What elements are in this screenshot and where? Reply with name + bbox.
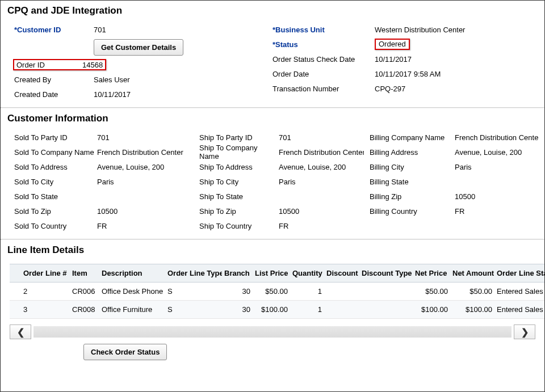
status-label: *Status [272, 40, 375, 49]
line-items-table-wrap: Order Line # Item Description Order Line… [6, 264, 539, 319]
sold-zip-value: 10500 [97, 207, 188, 216]
header-left-column: *Customer ID 701 Get Customer Details Or… [6, 22, 272, 102]
bill-city-label: Billing City [364, 163, 455, 171]
created-by-value: Sales User [94, 75, 130, 84]
sold-party-id-value: 701 [97, 133, 188, 142]
sold-addr-label: Sold To Address [6, 163, 97, 171]
cell-discount-type [359, 301, 413, 319]
header-section: CPQ and JDE Integration *Customer ID 701… [1, 1, 544, 107]
bill-state-label: Billing State [364, 178, 455, 186]
bill-company-label: Billing Company Name [364, 133, 455, 142]
page-title: CPQ and JDE Integration [7, 5, 539, 16]
cell-order-line: 3 [21, 301, 70, 319]
ship-company-label: Ship To Company Name [188, 144, 279, 161]
ship-city-label: Ship To City [188, 178, 279, 186]
bill-addr-label: Billing Address [364, 148, 455, 157]
cell-order-line-type: S [165, 283, 222, 301]
customer-id-label: *Customer ID [14, 26, 94, 34]
ship-country-label: Ship To Country [188, 222, 279, 230]
sold-city-value: Paris [97, 178, 188, 186]
sold-company-value: French Distribution Center [97, 148, 188, 157]
cell-discount-type [359, 283, 413, 301]
business-unit-label: *Business Unit [272, 26, 375, 34]
order-id-value: 14568 [82, 61, 103, 69]
bill-zip-value: 10500 [455, 192, 539, 201]
cell-item: CR006 [70, 283, 99, 301]
sold-company-label: Sold To Company Name [6, 148, 97, 157]
th-description[interactable]: Description [99, 264, 165, 283]
th-item[interactable]: Item [70, 264, 99, 283]
th-branch[interactable]: Branch [222, 264, 253, 283]
line-items-title: Line Item Details [7, 245, 539, 256]
horizontal-scrollbar: ❮ ❯ [10, 324, 535, 339]
cell-item: CR008 [70, 301, 99, 319]
customer-id-value: 701 [94, 26, 106, 34]
cell-net-price: $100.00 [413, 301, 450, 319]
cell-net-price: $50.00 [413, 283, 450, 301]
bill-city-value: Paris [455, 163, 539, 171]
th-net-amount[interactable]: Net Amount [450, 264, 494, 283]
ship-addr-value: Avenue, Louise, 200 [279, 163, 364, 171]
th-discount[interactable]: Discount [324, 264, 359, 283]
scroll-track[interactable] [33, 326, 512, 338]
ship-company-value: French Distribution Center [279, 148, 364, 157]
table-header-row: Order Line # Item Description Order Line… [10, 264, 545, 283]
page-container: CPQ and JDE Integration *Customer ID 701… [0, 0, 545, 392]
ship-country-value: FR [279, 222, 364, 230]
cell-discount [324, 301, 359, 319]
th-list-price[interactable]: List Price [253, 264, 290, 283]
ship-party-id-value: 701 [279, 133, 364, 142]
transaction-number-value: CPQ-297 [375, 85, 405, 93]
chevron-right-icon: ❯ [521, 327, 529, 338]
th-order-line[interactable]: Order Line # [21, 264, 70, 283]
sold-addr-value: Avenue, Louise, 200 [97, 163, 188, 171]
cell-quantity: 1 [290, 283, 324, 301]
th-order-line-status[interactable]: Order Line Status [494, 264, 545, 283]
ship-addr-label: Ship To Address [188, 163, 279, 171]
table-row[interactable]: 3 CR008 Office Furniture S 30 $100.00 1 … [10, 301, 545, 319]
sold-city-label: Sold To City [6, 178, 97, 186]
transaction-number-label: Transaction Number [272, 85, 375, 93]
table-row[interactable]: 2 CR006 Office Desk Phone S 30 $50.00 1 … [10, 283, 545, 301]
order-date-value: 10/11/2017 9:58 AM [375, 70, 441, 78]
line-items-table: Order Line # Item Description Order Line… [10, 264, 545, 319]
cell-description: Office Desk Phone [99, 283, 165, 301]
sold-zip-label: Sold To Zip [6, 207, 97, 216]
cell-order-line-type: S [165, 301, 222, 319]
cell-list-price: $50.00 [253, 283, 290, 301]
ship-city-value: Paris [279, 178, 364, 186]
sold-state-label: Sold To State [6, 192, 97, 201]
customer-info-section: Customer Information Sold To Party ID 70… [1, 108, 544, 239]
scroll-left-button[interactable]: ❮ [10, 324, 31, 339]
cell-order-line-status: Entered Sales Order [494, 301, 545, 319]
ship-state-label: Ship To State [188, 192, 279, 201]
bill-addr-value: Avenue, Louise, 200 [455, 148, 539, 157]
cell-net-amount: $100.00 [450, 301, 494, 319]
sold-party-id-label: Sold To Party ID [6, 133, 97, 142]
chevron-left-icon: ❮ [17, 327, 24, 338]
th-net-price[interactable]: Net Price [413, 264, 450, 283]
cell-discount [324, 283, 359, 301]
th-quantity[interactable]: Quantity [290, 264, 324, 283]
status-value: Ordered [375, 39, 410, 50]
bill-country-label: Billing Country [364, 207, 455, 216]
created-date-value: 10/11/2017 [94, 90, 131, 99]
get-customer-details-button[interactable]: Get Customer Details [94, 39, 183, 56]
status-check-date-label: Order Status Check Date [272, 55, 375, 64]
th-discount-type[interactable]: Discount Type [359, 264, 413, 283]
cell-branch: 30 [222, 301, 253, 319]
header-right-column: *Business Unit Western Distribution Cent… [272, 22, 539, 102]
header-columns: *Customer ID 701 Get Customer Details Or… [6, 22, 539, 102]
line-items-section: Line Item Details [1, 240, 544, 361]
ship-party-id-label: Ship To Party ID [188, 133, 279, 142]
cell-description: Office Furniture [99, 301, 165, 319]
order-id-highlight: Order ID 14568 [13, 59, 106, 70]
sold-country-label: Sold To Country [6, 222, 97, 230]
bill-country-value: FR [455, 207, 539, 216]
cell-order-line: 2 [21, 283, 70, 301]
scroll-right-button[interactable]: ❯ [514, 324, 535, 339]
check-order-status-button[interactable]: Check Order Status [83, 344, 167, 360]
ship-zip-value: 10500 [279, 207, 364, 216]
ship-zip-label: Ship To Zip [188, 207, 279, 216]
th-order-line-type[interactable]: Order Line Type [165, 264, 222, 283]
